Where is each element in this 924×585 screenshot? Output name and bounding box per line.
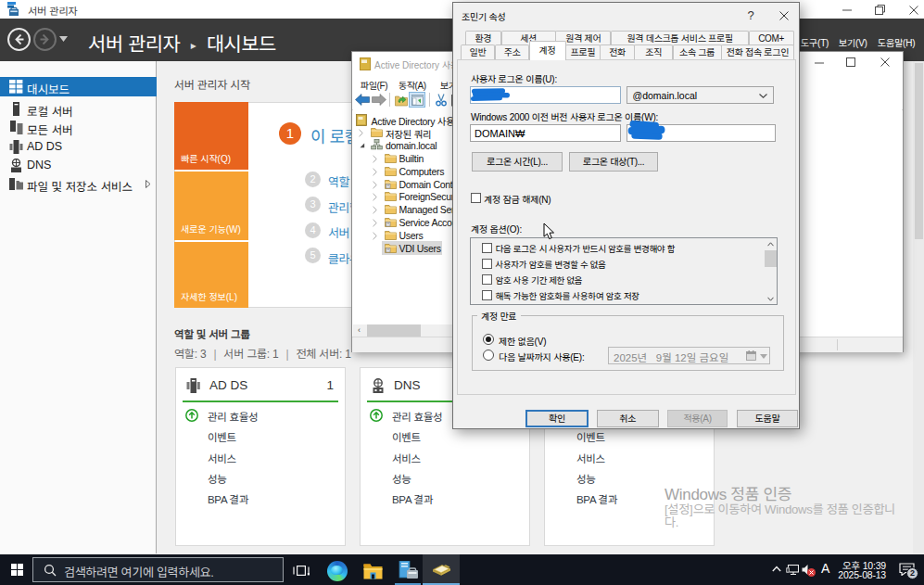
option-checkbox[interactable] (482, 290, 492, 300)
ok-button[interactable]: 확인 (525, 410, 589, 427)
tile-row-performance[interactable]: 성능 (576, 471, 596, 486)
chevron-collapsed-icon[interactable] (359, 129, 363, 137)
logon-hours-button[interactable]: 로그온 시간(L)... (472, 152, 563, 172)
tab-organization[interactable]: 조직 (634, 45, 673, 60)
aduc-menu-action[interactable]: 동작(A) (399, 78, 426, 92)
menu-view[interactable]: 보기(V) (839, 35, 867, 49)
task-view-icon[interactable] (293, 564, 310, 578)
taskbar-search-box[interactable]: 검색하려면 여기에 입력하세요. (32, 557, 284, 582)
sidebar-item-local-server[interactable]: 로컬 서버 (0, 99, 157, 119)
tab-address[interactable]: 주소 (495, 45, 530, 60)
tile-row-services[interactable]: 서비스 (208, 451, 236, 465)
forward-arrow-icon[interactable] (372, 94, 386, 106)
tile-row-events[interactable]: 이벤트 (208, 429, 236, 444)
help-button[interactable]: 도움말 (737, 410, 798, 427)
breadcrumb-root[interactable]: 서버 관리자 (88, 33, 180, 55)
apply-button[interactable]: 적용(A) (667, 410, 728, 427)
option-checkbox[interactable] (482, 259, 492, 269)
tray-expand-icon[interactable] (772, 566, 781, 572)
option-reversible-encryption[interactable]: 해독 가능한 암호화를 사용하여 암호 저장 (496, 289, 639, 302)
edge-icon[interactable] (327, 561, 348, 581)
option-checkbox[interactable] (482, 274, 492, 285)
network-icon[interactable] (786, 565, 799, 576)
console-tree-toggle[interactable] (409, 92, 425, 108)
dashboard-scrollbar-thumb[interactable] (915, 63, 923, 239)
whats-new-block[interactable]: 새로운 기능(W) (174, 172, 248, 240)
cancel-button[interactable]: 취소 (597, 410, 659, 427)
unlock-account-checkbox[interactable] (471, 193, 481, 203)
notification-center-icon[interactable]: 2 (899, 563, 918, 579)
chevron-collapsed-icon[interactable] (373, 232, 377, 240)
tab-account[interactable]: 계정 (529, 41, 566, 60)
server-manager-taskbar-button[interactable] (393, 554, 422, 585)
menu-help[interactable]: 도움말(H) (878, 35, 915, 49)
option-must-change-password[interactable]: 다음 로그온 시 사용자가 반드시 암호를 변경해야 함 (496, 242, 676, 255)
tile-row-services[interactable]: 서비스 (392, 451, 421, 465)
options-scrollbar-thumb[interactable] (765, 250, 777, 267)
sidebar-item-ad-ds[interactable]: AD DS (0, 137, 157, 157)
dialog-help-button[interactable]: ? (744, 8, 757, 23)
learn-more-block[interactable]: 자세한 정보(L) (174, 242, 248, 308)
tab-dial-in[interactable]: 전화 접속 로그인 (721, 45, 793, 60)
scroll-up-arrow[interactable] (767, 242, 774, 247)
tile-row-bpa[interactable]: BPA 결과 (208, 491, 248, 506)
aduc-close-button[interactable] (880, 57, 890, 67)
chevron-collapsed-icon[interactable] (373, 181, 377, 189)
chevron-collapsed-icon[interactable] (373, 206, 377, 214)
tile-row-events[interactable]: 이벤트 (392, 429, 421, 444)
tile-row-manageability[interactable]: 관리 효율성 (208, 409, 258, 424)
tab-environment[interactable]: 환경 (465, 31, 501, 45)
tab-telephones[interactable]: 전화 (600, 45, 635, 60)
sidebar-item-all-servers[interactable]: 모든 서버 (0, 118, 157, 137)
aduc-minimize-button[interactable] (815, 62, 824, 64)
end-of-radio[interactable] (483, 350, 494, 361)
tree-hscrollbar-thumb[interactable] (367, 324, 421, 337)
aduc-maximize-button[interactable] (846, 57, 855, 67)
options-scrollbar[interactable] (765, 239, 777, 304)
option-password-never-expires[interactable]: 암호 사용 기간 제한 없음 (496, 273, 583, 286)
aduc-menu-file[interactable]: 파일(F) (361, 78, 387, 92)
sidebar-item-file-storage[interactable]: 파일 및 저장소 서비스 (0, 174, 157, 194)
tile-row-performance[interactable]: 성능 (208, 471, 227, 486)
ime-mode-indicator[interactable]: A (821, 561, 829, 576)
back-arrow-icon[interactable] (355, 94, 370, 106)
breadcrumb-current[interactable]: 대시보드 (207, 33, 276, 55)
domain-suffix-combo[interactable]: @domain.local (627, 86, 775, 104)
scroll-down-arrow[interactable] (767, 297, 774, 301)
logon-to-button[interactable]: 로그온 대상(T)... (569, 152, 659, 172)
sm-minimize-button[interactable] (842, 9, 852, 11)
tab-rds-profile[interactable]: 원격 데스크톱 서비스 프로필 (611, 31, 749, 45)
chevron-collapsed-icon[interactable] (373, 219, 377, 227)
nav-dropdown-arrow[interactable] (59, 36, 68, 43)
chevron-collapsed-icon[interactable] (373, 168, 377, 176)
aduc-taskbar-button[interactable] (423, 554, 460, 585)
tray-clock-date[interactable]: 2025-08-13 (832, 569, 886, 580)
never-expires-radio[interactable] (483, 334, 494, 345)
dialog-close-button[interactable] (779, 11, 789, 20)
legacy-domain-input[interactable]: DOMAIN₩ (470, 124, 621, 142)
tile-row-events[interactable]: 이벤트 (576, 429, 605, 444)
cut-scissors-icon[interactable] (436, 94, 447, 107)
back-button[interactable] (7, 28, 31, 51)
tab-com-plus[interactable]: COM+ (749, 31, 794, 45)
quick-start-block[interactable]: 빠른 시작(Q) (174, 102, 248, 170)
expire-date-picker[interactable]: 2025년 9월 12일 금요일 (608, 347, 770, 364)
tile-row-manageability[interactable]: 관리 효율성 (392, 409, 442, 424)
chevron-collapsed-icon[interactable] (373, 155, 377, 163)
chevron-collapsed-icon[interactable] (373, 193, 377, 201)
start-button[interactable] (11, 564, 23, 576)
tab-general[interactable]: 일반 (461, 45, 496, 60)
tab-profile[interactable]: 프로필 (565, 45, 601, 60)
tile-ad-ds[interactable]: AD DS 1 관리 효율성 이벤트 서비스 성능 BPA 결과 (175, 367, 346, 546)
dashboard-scrollbar[interactable] (913, 61, 924, 553)
tile-row-bpa[interactable]: BPA 결과 (576, 491, 617, 506)
tile-row-services[interactable]: 서비스 (576, 451, 605, 465)
tile-row-performance[interactable]: 성능 (392, 471, 411, 486)
volume-muted-icon[interactable] (802, 564, 816, 576)
sm-restore-button[interactable] (875, 5, 885, 15)
sm-close-button[interactable] (909, 6, 918, 15)
menu-tools[interactable]: 도구(T) (801, 35, 829, 49)
sidebar-item-dashboard[interactable]: 대시보드 (0, 77, 157, 96)
option-cannot-change-password[interactable]: 사용자가 암호를 변경할 수 없음 (496, 258, 606, 271)
parent-folder-icon[interactable] (395, 94, 408, 107)
